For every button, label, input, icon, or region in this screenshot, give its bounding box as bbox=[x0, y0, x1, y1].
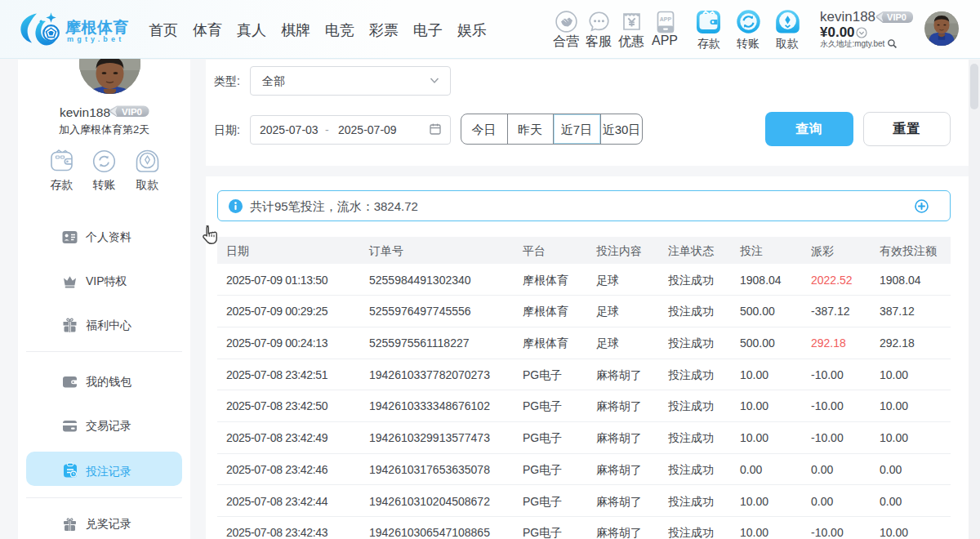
svg-text:APP: APP bbox=[660, 16, 672, 22]
svg-text:VIP0: VIP0 bbox=[887, 12, 906, 22]
svg-text:VIP0: VIP0 bbox=[122, 107, 142, 117]
